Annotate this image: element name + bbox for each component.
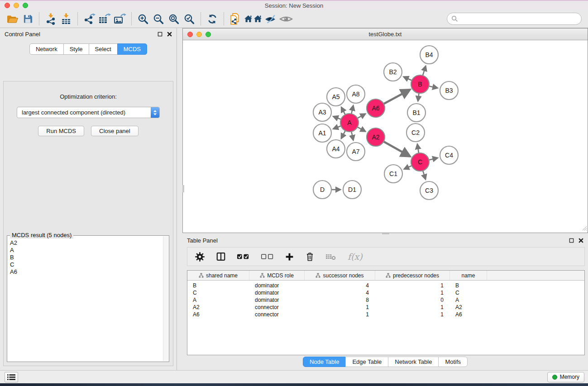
node-B1[interactable]: B1 bbox=[407, 104, 425, 122]
tab-select[interactable]: Select bbox=[89, 43, 118, 55]
cell[interactable]: connector bbox=[249, 304, 305, 311]
cell[interactable]: dominator bbox=[249, 296, 305, 304]
node-B4[interactable]: B4 bbox=[420, 46, 438, 64]
zoom-fit-button[interactable] bbox=[166, 12, 182, 26]
network-canvas[interactable]: B4B2BB3B1A6A5A8A3AA1A4A7A2C2C4CC1C3DD1 bbox=[183, 41, 588, 233]
hide-graphics-details-button[interactable] bbox=[263, 12, 278, 26]
cell[interactable]: 1 bbox=[305, 311, 375, 318]
cell[interactable]: 1 bbox=[375, 282, 450, 289]
splitpane-grip[interactable] bbox=[182, 185, 184, 192]
close-panel-button[interactable] bbox=[167, 32, 172, 37]
run-mcds-button[interactable]: Run MCDS bbox=[38, 126, 84, 136]
edge-A2-C[interactable] bbox=[383, 142, 410, 157]
table-settings-button[interactable] bbox=[195, 252, 205, 262]
cell[interactable]: 1 bbox=[375, 311, 450, 318]
node-C1[interactable]: C1 bbox=[384, 165, 402, 183]
node-A2[interactable]: A2 bbox=[367, 128, 385, 146]
cell[interactable]: 1 bbox=[375, 304, 450, 311]
edge-A-A4[interactable] bbox=[341, 131, 345, 138]
cell[interactable]: 0 bbox=[375, 296, 450, 304]
edge-A-A2[interactable] bbox=[358, 127, 366, 132]
export-image-button[interactable] bbox=[112, 12, 128, 26]
select-all-columns-button[interactable] bbox=[237, 253, 250, 260]
column-header-MCDS-role[interactable]: MCDS role bbox=[249, 271, 305, 280]
export-table-button[interactable] bbox=[97, 12, 112, 26]
network-from-file-button[interactable] bbox=[228, 12, 243, 26]
close-table-panel-button[interactable] bbox=[578, 238, 583, 243]
cell[interactable]: 1 bbox=[305, 304, 375, 311]
table-row-c[interactable]: Cdominator41C bbox=[187, 289, 584, 296]
search-input[interactable] bbox=[461, 15, 577, 22]
result-item-a[interactable]: A bbox=[10, 247, 169, 254]
node-D[interactable]: D bbox=[313, 181, 331, 199]
cell[interactable]: A6 bbox=[450, 311, 487, 318]
edge-B-B1[interactable] bbox=[418, 93, 419, 101]
import-table-button[interactable] bbox=[58, 12, 74, 26]
delete-column-button[interactable] bbox=[305, 252, 315, 262]
cell[interactable]: A2 bbox=[187, 304, 249, 311]
cell[interactable]: connector bbox=[249, 311, 305, 318]
table-row-a6[interactable]: A6connector11A6 bbox=[187, 311, 584, 318]
node-C4[interactable]: C4 bbox=[440, 146, 458, 164]
create-column-button[interactable] bbox=[285, 252, 294, 262]
tab-style[interactable]: Style bbox=[63, 43, 89, 55]
show-column-panel-button[interactable] bbox=[216, 252, 226, 262]
edge-A6-B[interactable] bbox=[384, 90, 410, 104]
cell[interactable]: 1 bbox=[375, 289, 450, 296]
cell[interactable]: 8 bbox=[305, 296, 375, 304]
cell[interactable]: dominator bbox=[249, 282, 305, 289]
node-C[interactable]: C bbox=[411, 153, 429, 171]
edge-C-C4[interactable] bbox=[429, 158, 438, 160]
show-graphics-details-button[interactable] bbox=[278, 12, 294, 26]
node-A4[interactable]: A4 bbox=[327, 140, 345, 158]
function-builder-button-disabled[interactable]: f(x) bbox=[348, 252, 363, 262]
resize-grip[interactable] bbox=[581, 225, 587, 232]
node-A5[interactable]: A5 bbox=[327, 88, 345, 106]
node-A1[interactable]: A1 bbox=[313, 124, 331, 142]
tab-mcds[interactable]: MCDS bbox=[117, 43, 147, 55]
cell[interactable]: 4 bbox=[305, 289, 375, 296]
result-item-a2[interactable]: A2 bbox=[10, 239, 169, 247]
cell[interactable]: A bbox=[187, 296, 249, 304]
zoom-in-button[interactable] bbox=[135, 12, 151, 26]
tab-edge-table[interactable]: Edge Table bbox=[345, 357, 388, 367]
result-item-a6[interactable]: A6 bbox=[10, 268, 169, 276]
node-A6[interactable]: A6 bbox=[367, 99, 385, 117]
optimization-criterion-dropdown[interactable]: largest connected component (directed) bbox=[17, 107, 160, 118]
node-A[interactable]: A bbox=[340, 114, 359, 132]
homes-button[interactable] bbox=[243, 12, 263, 26]
float-panel-button[interactable] bbox=[158, 32, 163, 37]
node-C3[interactable]: C3 bbox=[420, 181, 438, 200]
table-row-b[interactable]: Bdominator41B bbox=[187, 282, 584, 289]
column-header-name[interactable]: name bbox=[450, 271, 487, 280]
cell[interactable]: B bbox=[187, 282, 249, 289]
result-scrollbar[interactable] bbox=[163, 236, 168, 361]
node-B[interactable]: B bbox=[411, 75, 429, 93]
tab-network-table[interactable]: Network Table bbox=[388, 357, 439, 367]
edge-C-C2[interactable] bbox=[417, 144, 419, 153]
tab-node-table[interactable]: Node Table bbox=[303, 357, 346, 367]
table-row-a[interactable]: Adominator80A bbox=[187, 296, 584, 304]
cell[interactable]: A2 bbox=[450, 304, 487, 311]
node-A8[interactable]: A8 bbox=[347, 85, 365, 103]
node-B2[interactable]: B2 bbox=[384, 63, 402, 81]
save-session-button[interactable] bbox=[20, 12, 35, 26]
node-B3[interactable]: B3 bbox=[440, 81, 458, 100]
memory-button[interactable]: Memory bbox=[547, 372, 584, 382]
result-item-c[interactable]: C bbox=[10, 261, 169, 268]
result-item-b[interactable]: B bbox=[10, 254, 169, 261]
node-D1[interactable]: D1 bbox=[343, 181, 361, 199]
column-header-shared-name[interactable]: shared name bbox=[187, 271, 249, 280]
zoom-out-button[interactable] bbox=[151, 12, 166, 26]
edge-B-B3[interactable] bbox=[429, 86, 438, 88]
edge-A-A6[interactable] bbox=[358, 114, 366, 119]
edge-C-C3[interactable] bbox=[423, 171, 425, 179]
edge-A-A3[interactable] bbox=[333, 116, 341, 119]
close-panel-button-mcds[interactable]: Close panel bbox=[91, 126, 139, 136]
column-header-successor-nodes[interactable]: successor nodes bbox=[305, 271, 375, 280]
edge-A-A5[interactable] bbox=[341, 107, 345, 114]
zoom-selected-button[interactable] bbox=[182, 12, 197, 26]
cell[interactable]: 4 bbox=[305, 282, 375, 289]
export-network-button[interactable] bbox=[81, 12, 97, 26]
node-A7[interactable]: A7 bbox=[347, 143, 365, 161]
